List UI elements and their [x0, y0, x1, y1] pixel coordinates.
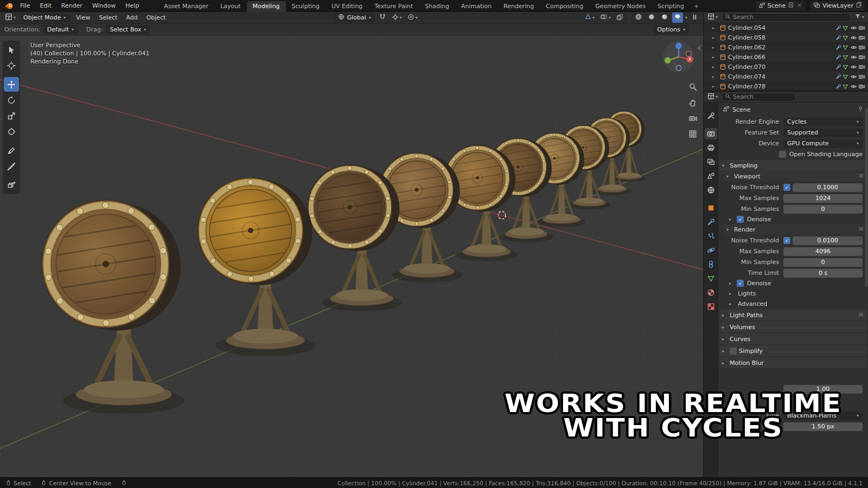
outliner-search-input[interactable]: Search — [722, 13, 851, 22]
viewlayer-selector[interactable]: ViewLayer — [810, 1, 865, 11]
tab-sculpting[interactable]: Sculpting — [286, 1, 326, 12]
snap-target-dropdown[interactable]: ▾ — [390, 13, 404, 23]
menu-help[interactable]: Help — [120, 1, 144, 10]
orientation-dropdown[interactable]: Default ▾ — [43, 25, 78, 34]
properties-tab-tool[interactable] — [705, 110, 717, 121]
tab-uv-editing[interactable]: UV Editing — [326, 1, 368, 12]
hide-in-viewport-toggle[interactable] — [850, 24, 857, 31]
viewport-menu-view[interactable]: View — [72, 13, 94, 22]
navigation-gizmo[interactable]: X — [662, 40, 695, 75]
disable-in-renders-toggle[interactable] — [858, 54, 865, 61]
proportional-edit-button[interactable]: ▾ — [406, 13, 419, 23]
shading-rendered-button[interactable] — [672, 12, 683, 23]
viewport-max-samples-field[interactable]: 1024 — [783, 194, 863, 203]
camera-view-button[interactable] — [688, 114, 698, 125]
hide-in-viewport-toggle[interactable] — [850, 44, 857, 51]
ortho-toggle-button[interactable] — [688, 130, 698, 140]
menu-render[interactable]: Render — [56, 1, 87, 10]
new-scene-button[interactable] — [788, 2, 794, 10]
show-overlays-dropdown[interactable]: ▾ — [598, 12, 612, 23]
viewport-min-samples-field[interactable]: 0 — [783, 205, 863, 214]
render-noise-threshold-field[interactable]: 0.0100 — [793, 236, 863, 245]
tab-compositing[interactable]: Compositing — [540, 1, 589, 12]
properties-tab-scene[interactable] — [705, 170, 717, 182]
outliner-item[interactable]: ▸Cylinder.078 — [704, 81, 868, 91]
viewport-noise-threshold-field[interactable]: 0.1000 — [793, 183, 863, 192]
scrollbar[interactable] — [865, 108, 867, 287]
tool-measure-button[interactable] — [4, 159, 19, 174]
row-advanced[interactable]: ▸Advanced — [729, 299, 867, 309]
show-gizmos-dropdown[interactable]: ▾ — [583, 13, 596, 22]
panel-sampling-render[interactable]: ▾Render — [724, 224, 867, 234]
disable-in-renders-toggle[interactable] — [858, 44, 865, 51]
row-lights[interactable]: ▸Lights — [729, 289, 867, 298]
tool-scale-button[interactable] — [4, 108, 19, 123]
blender-logo-icon[interactable] — [3, 1, 15, 11]
transform-orientation-dropdown[interactable]: Global ▾ — [334, 13, 375, 22]
outliner-item[interactable]: ▸Cylinder.070 — [704, 62, 868, 72]
panel-sampling-viewport[interactable]: ▾Viewport — [724, 171, 867, 181]
outliner-item[interactable]: ▸Cylinder.062 — [704, 42, 868, 52]
pin-icon[interactable] — [857, 106, 864, 112]
tab-shading[interactable]: Shading — [419, 1, 455, 12]
tool-add-cube-button[interactable] — [4, 178, 19, 192]
pan-button[interactable] — [688, 98, 698, 109]
shading-material-button[interactable] — [659, 12, 670, 23]
render-noise-threshold-checkbox[interactable]: ✓ — [783, 237, 790, 244]
render-max-samples-field[interactable]: 4096 — [783, 247, 863, 256]
panel-motion-blur[interactable]: ▸Motion Blur — [719, 357, 867, 368]
snap-toggle-button[interactable] — [377, 12, 388, 23]
hide-in-viewport-toggle[interactable] — [850, 54, 857, 61]
tab-rendering[interactable]: Rendering — [497, 1, 540, 12]
options-dropdown[interactable]: Options ▾ — [654, 25, 689, 34]
xray-toggle-button[interactable] — [615, 13, 625, 23]
render-min-samples-field[interactable]: 0 — [783, 258, 863, 267]
tool-cursor-tool-button[interactable] — [4, 58, 19, 73]
tab-asset-manager[interactable]: Asset Manager — [158, 1, 214, 12]
menu-file[interactable]: File — [15, 1, 35, 10]
disable-in-renders-toggle[interactable] — [858, 73, 865, 80]
panel-sampling[interactable]: ▾Sampling — [719, 160, 867, 171]
tool-annotate-button[interactable] — [4, 143, 19, 158]
unlink-scene-button[interactable] — [796, 2, 802, 10]
panel-menu-button[interactable] — [858, 226, 864, 234]
disable-in-renders-toggle[interactable] — [858, 34, 865, 41]
mode-dropdown[interactable]: Object Mode ▾ — [20, 13, 69, 22]
pause-render-button[interactable] — [690, 13, 700, 23]
navigation-gizmo[interactable]: X — [662, 40, 695, 74]
pixel-filter-width-field[interactable]: 1.50 px — [783, 422, 863, 431]
tool-rotate-button[interactable] — [4, 93, 19, 107]
tab-texture-paint[interactable]: Texture Paint — [368, 1, 419, 12]
menu-edit[interactable]: Edit — [35, 1, 56, 10]
disable-in-renders-toggle[interactable] — [858, 24, 865, 31]
tab-animation[interactable]: Animation — [455, 1, 497, 12]
properties-search-input[interactable]: Search — [722, 93, 796, 101]
shading-wireframe-button[interactable] — [633, 12, 644, 23]
expand-icon[interactable]: ▸ — [712, 25, 718, 30]
scene-selector[interactable]: Scene — [756, 1, 806, 11]
tab-modeling[interactable]: Modeling — [247, 1, 286, 12]
pin-id-button[interactable] — [857, 106, 864, 114]
outliner-editor-type-button[interactable]: ▾ — [706, 12, 719, 22]
hide-in-viewport-toggle[interactable] — [850, 73, 857, 80]
properties-tab-data[interactable] — [705, 273, 717, 284]
viewport-render[interactable] — [0, 36, 703, 477]
viewport-3d[interactable]: User Perspective (40) Collection | 100.0… — [0, 36, 703, 477]
panel-light-paths[interactable]: ▸Light Paths — [719, 310, 867, 320]
properties-tab-object[interactable] — [705, 202, 717, 214]
hide-in-viewport-toggle[interactable] — [850, 63, 857, 70]
disable-in-renders-toggle[interactable] — [858, 63, 865, 70]
expand-icon[interactable]: ▸ — [712, 35, 718, 40]
open-shading-language-checkbox[interactable] — [779, 151, 786, 158]
row-render-denoise[interactable]: ▸✓Denoise — [729, 279, 867, 288]
value-field-field[interactable]: 1.00 — [783, 385, 863, 394]
menu-window[interactable]: Window — [87, 1, 120, 10]
viewport-denoise-checkbox[interactable]: ✓ — [737, 216, 744, 223]
chev-left-icon[interactable] — [696, 44, 703, 52]
viewport-menu-select[interactable]: Select — [94, 13, 122, 22]
properties-tab-particles[interactable] — [705, 230, 717, 242]
viewport-menu-add[interactable]: Add — [122, 13, 142, 22]
viewport-menu-object[interactable]: Object — [142, 13, 170, 22]
shading-solid-button[interactable] — [646, 12, 657, 23]
panel-menu-button[interactable] — [858, 311, 864, 319]
